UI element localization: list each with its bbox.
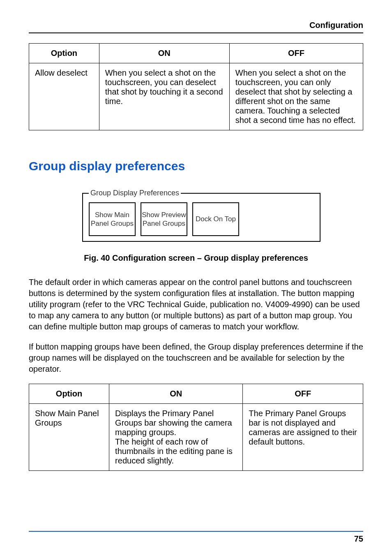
th-option: Option <box>29 384 109 404</box>
group-display-preferences-figure: Group Display Preferences Show Main Pane… <box>82 189 321 242</box>
header-title: Configuration <box>309 21 363 30</box>
figure-caption: Fig. 40 Configuration screen – Group dis… <box>29 253 363 263</box>
body-paragraph: The default order in which cameras appea… <box>29 277 363 332</box>
th-off: OFF <box>243 384 363 404</box>
section-heading: Group display preferences <box>29 159 363 173</box>
body-paragraph: If button mapping groups have been defin… <box>29 341 363 375</box>
th-off: OFF <box>229 44 363 63</box>
page-number: 75 <box>354 534 363 544</box>
allow-deselect-table: Option ON OFF Allow deselect When you se… <box>29 43 363 130</box>
table-row: Allow deselect When you select a shot on… <box>29 63 363 130</box>
fieldset-legend: Group Display Preferences <box>89 189 181 197</box>
th-option: Option <box>29 44 99 63</box>
group-display-preferences-fieldset: Group Display Preferences Show Main Pane… <box>82 189 321 242</box>
cell-on: When you select a shot on the touchscree… <box>99 63 229 130</box>
show-main-panel-groups-table: Option ON OFF Show Main Panel Groups Dis… <box>29 384 363 471</box>
table-row: Show Main Panel Groups Displays the Prim… <box>29 404 363 471</box>
cell-option: Show Main Panel Groups <box>29 404 109 471</box>
page-footer: 75 <box>29 531 363 544</box>
cell-off: The Primary Panel Groups bar is not disp… <box>243 404 363 471</box>
cell-on: Displays the Primary Panel Groups bar sh… <box>109 404 243 471</box>
show-preview-panel-groups-button[interactable]: Show Preview Panel Groups <box>141 202 187 236</box>
th-on: ON <box>109 384 243 404</box>
th-on: ON <box>99 44 229 63</box>
show-main-panel-groups-button[interactable]: Show Main Panel Groups <box>89 202 136 236</box>
cell-option: Allow deselect <box>29 63 99 130</box>
page-header: Configuration <box>29 21 363 33</box>
cell-off: When you select a shot on the touchscree… <box>229 63 363 130</box>
dock-on-top-button[interactable]: Dock On Top <box>192 202 239 236</box>
